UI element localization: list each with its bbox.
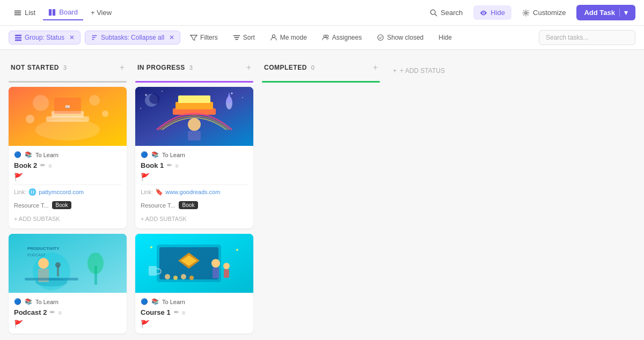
card-book2[interactable]: 📖 🔵 📚 To Learn Book 2 ✏ ≡ 🚩 — [9, 87, 127, 228]
sort-icon — [233, 34, 240, 41]
group-close-icon[interactable]: ✕ — [69, 34, 75, 41]
svg-point-65 — [189, 276, 194, 280]
search-button[interactable]: Search — [423, 5, 469, 20]
book1-edit-icon[interactable]: ✏ — [167, 162, 172, 169]
column-add-not-started[interactable]: + — [120, 63, 125, 72]
svg-point-41 — [231, 93, 233, 94]
me-mode-icon — [270, 34, 277, 41]
book1-illustration — [135, 87, 253, 146]
card-podcast2[interactable]: PRODUCTIVITY PODCAST 🔵 📚 To Learn Podcas… — [9, 234, 127, 334]
podcast2-flag: 🚩 — [14, 320, 121, 328]
svg-point-33 — [87, 253, 104, 274]
subtasks-toggle[interactable]: Subtasks: Collapse all ✕ — [85, 31, 180, 45]
svg-rect-66 — [149, 266, 157, 276]
book2-resource-badge: Book — [52, 201, 72, 209]
book2-edit-icon[interactable]: ✏ — [40, 162, 45, 169]
card-course1-tags: 🔵 📚 To Learn — [141, 298, 248, 305]
course1-edit-icon[interactable]: ✏ — [174, 309, 179, 316]
svg-point-23 — [26, 115, 34, 123]
podcast2-tag-label: To Learn — [35, 299, 58, 305]
list-nav-item[interactable]: List — [9, 5, 41, 20]
svg-point-60 — [223, 263, 230, 269]
show-closed-button[interactable]: Show closed — [371, 31, 429, 44]
column-add-in-progress[interactable]: + — [246, 63, 251, 72]
not-started-label: NOT STARTED — [11, 64, 59, 71]
group-status-toggle[interactable]: Group: Status ✕ — [9, 31, 80, 45]
card-podcast2-tags: 🔵 📚 To Learn — [14, 298, 121, 305]
assignees-label: Assignees — [332, 34, 362, 41]
book1-add-subtask[interactable]: + ADD SUBTASK — [141, 213, 248, 226]
hide-button[interactable]: Hide — [473, 5, 511, 20]
customize-button[interactable]: Customize — [516, 5, 572, 20]
me-mode-button[interactable]: Me mode — [265, 31, 312, 44]
add-task-chevron[interactable]: ▾ — [619, 9, 628, 17]
filters-label: Filters — [200, 34, 218, 41]
book1-link-url[interactable]: www.goodreads.com — [165, 189, 220, 195]
column-not-started: NOT STARTED 3 + 📖 — [9, 58, 127, 339]
column-add-completed[interactable]: + — [373, 63, 378, 72]
list-icon — [14, 9, 21, 17]
search-tasks-input[interactable] — [539, 30, 635, 45]
board: NOT STARTED 3 + 📖 — [0, 50, 644, 340]
course1-illustration — [135, 234, 253, 293]
group-label: Group: Status — [25, 34, 64, 41]
card-book1-tags: 🔵 📚 To Learn — [141, 151, 248, 158]
tag-emoji-2: 📚 — [25, 151, 32, 158]
course1-tag-emoji-1: 🔵 — [141, 298, 148, 305]
filters-button[interactable]: Filters — [185, 31, 223, 44]
search-label: Search — [441, 9, 463, 17]
book1-resource-label: Resource T... — [141, 202, 175, 209]
add-view-label: + View — [91, 9, 112, 17]
sort-button[interactable]: Sort — [228, 31, 260, 44]
hide-toolbar-button[interactable]: Hide — [433, 31, 457, 44]
svg-rect-1 — [14, 12, 21, 13]
add-task-button[interactable]: Add Task ▾ — [576, 5, 635, 20]
card-book1-title: Book 1 ✏ ≡ — [141, 161, 248, 169]
card-course1-title: Course 1 ✏ ≡ — [141, 308, 248, 316]
in-progress-label: IN PROGRESS — [137, 64, 185, 71]
book2-resource: Resource T... Book — [14, 201, 121, 209]
hide-toolbar-label: Hide — [438, 34, 452, 41]
completed-bar — [262, 81, 380, 83]
book1-status-icon: ≡ — [175, 162, 178, 169]
course1-tag-emoji-2: 📚 — [151, 298, 159, 305]
course1-tag-label: To Learn — [162, 299, 185, 305]
book2-link-url[interactable]: pattymccord.com — [39, 189, 84, 195]
add-status-button[interactable]: + + ADD STATUS — [389, 65, 449, 77]
svg-point-43 — [140, 108, 141, 109]
svg-point-11 — [272, 35, 275, 38]
podcast2-illustration: PRODUCTIVITY PODCAST — [9, 234, 127, 293]
card-book2-tags: 🔵 📚 To Learn — [14, 151, 121, 158]
svg-rect-8 — [15, 35, 21, 36]
subtasks-close-icon[interactable]: ✕ — [169, 34, 174, 41]
book2-add-subtask[interactable]: + ADD SUBTASK — [14, 213, 121, 226]
column-title-not-started: NOT STARTED 3 — [11, 64, 67, 71]
card-course1[interactable]: 🔵 📚 To Learn Course 1 ✏ ≡ 🚩 — [135, 234, 253, 334]
svg-rect-45 — [175, 102, 213, 109]
svg-rect-2 — [14, 14, 21, 15]
book2-status-icon: ≡ — [48, 162, 52, 169]
in-progress-count: 3 — [189, 64, 193, 71]
book2-flag: 🚩 — [14, 173, 121, 181]
book2-illustration: 📖 — [9, 87, 127, 146]
add-view-item[interactable]: + View — [85, 5, 117, 20]
column-in-progress: IN PROGRESS 3 + — [135, 58, 253, 339]
search-icon — [430, 9, 437, 17]
assignees-button[interactable]: Assignees — [317, 31, 367, 44]
board-nav-item[interactable]: Board — [43, 5, 83, 20]
card-book1[interactable]: 🔵 📚 To Learn Book 1 ✏ ≡ 🚩 Link: 🔖 www.go… — [135, 87, 253, 228]
book1-link-meta: Link: 🔖 www.goodreads.com — [141, 184, 248, 199]
podcast2-edit-icon[interactable]: ✏ — [50, 309, 55, 316]
svg-point-39 — [145, 94, 147, 96]
add-status-icon: + — [393, 67, 397, 75]
svg-point-64 — [181, 274, 186, 279]
book1-resource: Resource T... Book — [141, 201, 248, 209]
svg-text:PRODUCTIVITY: PRODUCTIVITY — [27, 246, 60, 251]
svg-point-7 — [525, 11, 527, 13]
subtasks-label: Subtasks: Collapse all — [101, 34, 164, 41]
svg-rect-3 — [49, 9, 52, 15]
card-course1-body: 🔵 📚 To Learn Course 1 ✏ ≡ 🚩 — [135, 293, 253, 334]
svg-line-6 — [435, 14, 437, 16]
card-image-course1 — [135, 234, 253, 293]
book2-link-icon: 🌐 — [28, 188, 36, 196]
